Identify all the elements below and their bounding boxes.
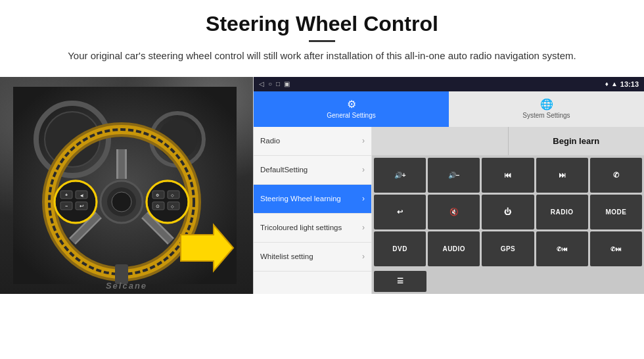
back-nav-icon[interactable]: ◁ — [259, 80, 264, 87]
tab-system-label: System Settings — [522, 112, 570, 119]
location-icon: ♦ — [605, 80, 609, 87]
chevron-icon: › — [362, 194, 365, 203]
menu-item-tricoloured[interactable]: Tricoloured light settings › — [254, 214, 371, 243]
svg-text:◀|: ◀| — [80, 193, 83, 197]
svg-text:◇: ◇ — [171, 204, 174, 208]
next-track-icon: ⏭ — [559, 171, 566, 179]
phone-icon: ✆ — [613, 171, 619, 180]
tab-system[interactable]: 🌐 System Settings — [449, 91, 644, 127]
tel-next-button[interactable]: ✆⏭ — [590, 231, 642, 266]
steering-wheel-image: + ◀| − ↩ ⚙ ◇ ⊙ ◇ — [0, 77, 253, 294]
empty-assignment-box — [372, 127, 509, 155]
dvd-button[interactable]: DVD — [374, 231, 426, 266]
header-section: Steering Wheel Control Your original car… — [0, 0, 644, 70]
dvd-label: DVD — [392, 245, 407, 252]
page-title: Steering Wheel Control — [39, 12, 605, 36]
chevron-icon: › — [362, 136, 365, 145]
menu-item-whitelist-label: Whitelist setting — [260, 252, 313, 260]
menu-list: Radio › DefaultSetting › Steering Wheel … — [254, 127, 372, 294]
status-bar: ◁ ○ □ ▣ ♦ ▲ 13:13 — [254, 77, 644, 91]
status-time: 13:13 — [620, 80, 639, 88]
controls-panel: Begin learn 🔊+ 🔊− ⏮ — [372, 127, 644, 294]
menu-item-radio[interactable]: Radio › — [254, 127, 371, 156]
menu-item-default-label: DefaultSetting — [260, 166, 308, 174]
volume-down-icon: 🔊− — [448, 172, 460, 179]
back-icon: ↩ — [397, 208, 403, 216]
tel-prev-icon: ✆⏮ — [557, 246, 568, 252]
svg-text:⚙: ⚙ — [156, 193, 159, 197]
menu-item-steering-label: Steering Wheel learning — [260, 195, 341, 203]
menu-button[interactable]: ☰ — [374, 271, 426, 292]
arrow-svg — [174, 222, 240, 274]
watermark: Seicane — [106, 281, 147, 291]
wifi-icon: ▲ — [611, 80, 618, 87]
screenshot-icon[interactable]: ▣ — [284, 80, 290, 87]
svg-text:↩: ↩ — [80, 203, 84, 209]
svg-text:−: − — [65, 204, 68, 208]
gps-label: GPS — [501, 245, 516, 252]
gps-button[interactable]: GPS — [482, 231, 534, 266]
chevron-icon: › — [362, 165, 365, 174]
next-track-button[interactable]: ⏭ — [536, 158, 588, 193]
volume-up-button[interactable]: 🔊+ — [374, 158, 426, 193]
content-area: Radio › DefaultSetting › Steering Wheel … — [254, 127, 644, 294]
volume-down-button[interactable]: 🔊− — [428, 158, 480, 193]
mute-button[interactable]: 🔇 — [428, 195, 480, 229]
mute-icon: 🔇 — [449, 208, 459, 216]
audio-button[interactable]: AUDIO — [428, 231, 480, 266]
page-container: Steering Wheel Control Your original car… — [0, 0, 644, 294]
mode-label: MODE — [605, 208, 626, 216]
audio-label: AUDIO — [442, 245, 465, 252]
radio-button[interactable]: RADIO — [536, 195, 588, 229]
menu-item-default[interactable]: DefaultSetting › — [254, 156, 371, 185]
controls-bottom-row: ☰ — [372, 269, 644, 294]
controls-top-row: Begin learn — [372, 127, 644, 156]
radio-label: RADIO — [551, 208, 574, 216]
mode-button[interactable]: MODE — [590, 195, 642, 229]
svg-text:+: + — [65, 193, 68, 197]
home-icon[interactable]: ○ — [268, 80, 272, 87]
svg-text:⊙: ⊙ — [156, 204, 160, 208]
begin-learn-button[interactable]: Begin learn — [509, 127, 645, 155]
settings-icon: ⚙ — [347, 98, 356, 110]
chevron-icon: › — [362, 252, 365, 261]
tab-general-label: General Settings — [327, 112, 376, 119]
svg-point-16 — [112, 192, 131, 212]
power-button[interactable]: ⏻ — [482, 195, 534, 229]
phone-answer-button[interactable]: ✆ — [590, 158, 642, 193]
volume-up-icon: 🔊+ — [394, 172, 406, 179]
svg-marker-38 — [181, 225, 233, 271]
prev-track-button[interactable]: ⏮ — [482, 158, 534, 193]
prev-track-icon: ⏮ — [504, 171, 511, 179]
back-button[interactable]: ↩ — [374, 195, 426, 229]
content-row: + ◀| − ↩ ⚙ ◇ ⊙ ◇ — [0, 77, 644, 294]
tab-general[interactable]: ⚙ General Settings — [254, 91, 449, 127]
status-left: ◁ ○ □ ▣ — [259, 80, 290, 87]
subtitle: Your original car's steering wheel contr… — [53, 49, 591, 64]
system-icon: 🌐 — [540, 98, 553, 110]
status-right: ♦ ▲ 13:13 — [605, 80, 639, 88]
menu-item-whitelist[interactable]: Whitelist setting › — [254, 243, 371, 272]
tel-prev-button[interactable]: ✆⏮ — [536, 231, 588, 266]
menu-item-steering[interactable]: Steering Wheel learning › — [254, 185, 371, 214]
tel-next-icon: ✆⏭ — [610, 246, 622, 252]
menu-icon: ☰ — [397, 277, 403, 285]
ui-panel: ◁ ○ □ ▣ ♦ ▲ 13:13 ⚙ General Settings — [253, 77, 644, 294]
power-icon: ⏻ — [504, 208, 511, 216]
svg-text:◇: ◇ — [171, 193, 174, 197]
tab-bar: ⚙ General Settings 🌐 System Settings — [254, 91, 644, 127]
recents-icon[interactable]: □ — [276, 80, 280, 87]
chevron-icon: › — [362, 223, 365, 232]
title-divider — [309, 40, 335, 42]
menu-item-radio-label: Radio — [260, 137, 280, 145]
menu-item-tricoloured-label: Tricoloured light settings — [260, 224, 342, 231]
controls-grid: 🔊+ 🔊− ⏮ ⏭ ✆ — [372, 156, 644, 269]
